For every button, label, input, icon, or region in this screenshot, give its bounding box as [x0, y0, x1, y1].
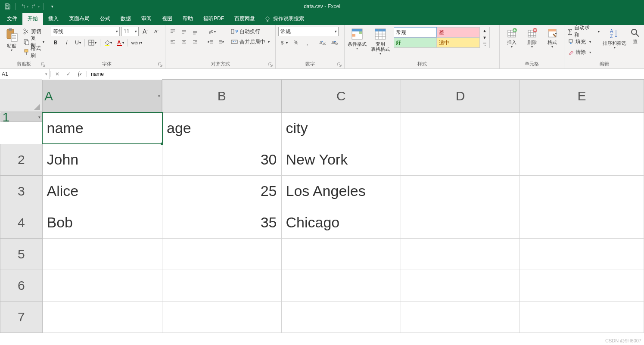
cell-D6[interactable]: [401, 270, 520, 301]
cell-D4[interactable]: [401, 207, 520, 238]
paste-button[interactable]: 粘贴: [3, 27, 21, 52]
row-header-1[interactable]: 1: [0, 112, 42, 122]
tab-文件[interactable]: 文件: [2, 13, 22, 25]
cell-D7[interactable]: [401, 301, 520, 333]
align-left-button[interactable]: [168, 37, 177, 47]
tab-帮助[interactable]: 帮助: [177, 13, 198, 25]
gallery-down-icon[interactable]: ▾: [480, 34, 489, 41]
increase-decimal-button[interactable]: .0.00: [317, 38, 327, 47]
comma-button[interactable]: ,: [302, 38, 312, 47]
redo-icon[interactable]: [31, 2, 40, 11]
name-box[interactable]: A1: [0, 69, 50, 79]
font-color-button[interactable]: A▾: [115, 38, 126, 47]
autosum-button[interactable]: ∑ 自动求和▾: [567, 27, 600, 36]
indent-decrease-button[interactable]: [206, 37, 215, 47]
tab-数据[interactable]: 数据: [115, 13, 136, 25]
gallery-more-icon[interactable]: [480, 41, 489, 48]
bold-button[interactable]: B: [51, 38, 60, 47]
wrap-text-button[interactable]: 自动换行: [230, 27, 271, 36]
cell-A4[interactable]: Bob: [42, 207, 162, 238]
cell-B5[interactable]: [162, 238, 281, 270]
cancel-icon[interactable]: ✕: [52, 69, 63, 79]
row-header-6[interactable]: 6: [0, 270, 43, 301]
border-button[interactable]: ▾: [87, 38, 98, 47]
row-header-3[interactable]: 3: [0, 175, 43, 207]
tab-开始[interactable]: 开始: [22, 13, 43, 25]
merge-button[interactable]: 合并后居中▾: [230, 37, 271, 47]
cell-B4[interactable]: 35: [162, 207, 281, 238]
fill-color-button[interactable]: ▾: [102, 38, 114, 47]
save-icon[interactable]: [3, 2, 12, 11]
delete-cells-button[interactable]: 删除: [523, 27, 541, 49]
cell-B2[interactable]: 30: [162, 144, 281, 175]
dialog-launcher-icon[interactable]: [268, 62, 274, 68]
fill-button[interactable]: 填充▾: [567, 37, 600, 47]
find-button[interactable]: 查: [628, 27, 641, 44]
cell-A6[interactable]: [42, 270, 162, 301]
col-header-D[interactable]: D: [401, 80, 520, 113]
align-bottom-button[interactable]: [190, 27, 200, 36]
cell-C2[interactable]: New York: [281, 144, 401, 175]
number-format-select[interactable]: 常规: [278, 27, 339, 36]
format-painter-button[interactable]: 格式刷: [22, 47, 45, 57]
row-header-5[interactable]: 5: [0, 238, 43, 270]
cell-A5[interactable]: [42, 238, 162, 270]
conditional-format-button[interactable]: 条件格式: [347, 27, 367, 50]
cell-A2[interactable]: John: [42, 144, 162, 175]
col-header-B[interactable]: B: [162, 80, 281, 113]
cell-E4[interactable]: [520, 207, 644, 238]
tab-公式[interactable]: 公式: [95, 13, 115, 25]
cell-C1[interactable]: city: [281, 112, 401, 144]
cell-C6[interactable]: [281, 270, 401, 301]
row-header-2[interactable]: 2: [0, 144, 43, 175]
cell-D1[interactable]: [401, 112, 520, 144]
cell-E2[interactable]: [520, 144, 644, 175]
increase-font-button[interactable]: Aˆ: [140, 27, 150, 36]
dialog-launcher-icon[interactable]: [157, 62, 163, 68]
cell-B3[interactable]: 25: [162, 175, 281, 207]
phonetic-button[interactable]: wén▾: [130, 38, 144, 47]
formula-input[interactable]: [87, 71, 644, 77]
cell-style-好[interactable]: 好: [394, 37, 437, 48]
cell-C3[interactable]: Los Angeles: [281, 175, 401, 207]
cell-C4[interactable]: Chicago: [281, 207, 401, 238]
cell-D5[interactable]: [401, 238, 520, 270]
cell-style-常规[interactable]: 常规: [394, 27, 437, 37]
align-center-button[interactable]: [179, 37, 189, 47]
cell-D3[interactable]: [401, 175, 520, 207]
cell-A3[interactable]: Alice: [42, 175, 162, 207]
cell-E1[interactable]: [520, 112, 644, 144]
cell-E3[interactable]: [520, 175, 644, 207]
format-cells-button[interactable]: 格式: [543, 27, 561, 49]
tab-百度网盘[interactable]: 百度网盘: [229, 13, 260, 25]
spreadsheet[interactable]: ABCDE1nameagecity2John30New York3Alice25…: [0, 79, 644, 333]
cell-style-适中[interactable]: 适中: [437, 37, 480, 48]
insert-cells-button[interactable]: 插入: [502, 27, 521, 49]
align-top-button[interactable]: [168, 27, 177, 36]
sort-filter-button[interactable]: AZ 排序和筛选: [602, 27, 627, 50]
currency-button[interactable]: $▾: [278, 38, 289, 47]
font-size-select[interactable]: 11: [121, 27, 139, 36]
table-format-button[interactable]: 套用 表格格式: [369, 27, 392, 56]
italic-button[interactable]: I: [62, 38, 72, 47]
cell-E5[interactable]: [520, 238, 644, 270]
cell-A7[interactable]: [42, 301, 162, 333]
font-family-select[interactable]: 等线: [51, 27, 120, 36]
cell-B7[interactable]: [162, 301, 281, 333]
decrease-font-button[interactable]: Aˇ: [152, 27, 161, 36]
dialog-launcher-icon[interactable]: [40, 62, 46, 68]
qat-customize-icon[interactable]: ▾: [47, 2, 57, 11]
cell-styles-gallery[interactable]: 常规差好适中: [394, 27, 480, 48]
fx-icon[interactable]: fx: [74, 69, 85, 79]
clear-button[interactable]: 清除▾: [567, 47, 600, 57]
tab-视图[interactable]: 视图: [157, 13, 177, 25]
cell-C7[interactable]: [281, 301, 401, 333]
tab-插入[interactable]: 插入: [43, 13, 64, 25]
cell-E6[interactable]: [520, 270, 644, 301]
cell-A1[interactable]: name: [42, 112, 162, 144]
cell-C5[interactable]: [281, 238, 401, 270]
gallery-up-icon[interactable]: ▴: [480, 27, 489, 34]
tab-审阅[interactable]: 审阅: [136, 13, 157, 25]
confirm-icon[interactable]: ✓: [63, 69, 74, 79]
cell-style-差[interactable]: 差: [437, 27, 480, 37]
